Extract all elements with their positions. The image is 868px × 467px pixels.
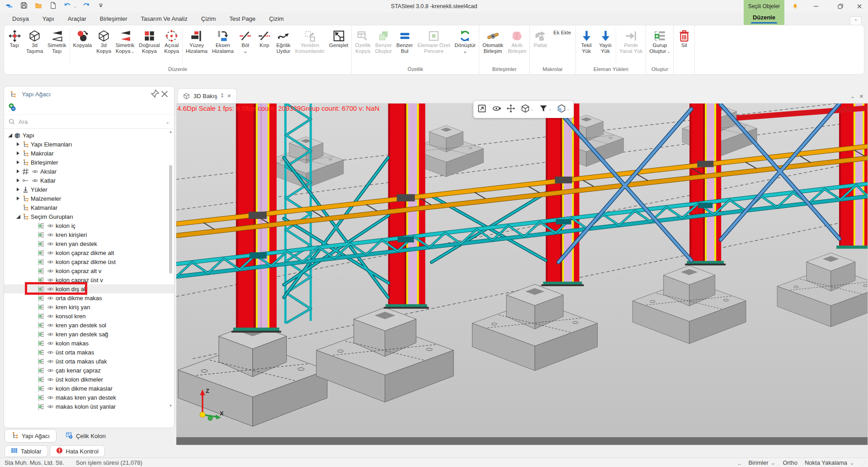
minimize-button[interactable] xyxy=(807,0,825,13)
panel-tab-çelik-kolon[interactable]: Çelik Kolon xyxy=(59,429,112,443)
visibility-eye-icon[interactable] xyxy=(46,376,54,383)
dropdown-chevron-icon[interactable]: ⌄ xyxy=(243,48,248,54)
button-dönüştür[interactable]: Dönüştür⌄ xyxy=(453,27,478,66)
tab-close-icon[interactable]: ✕ xyxy=(227,93,231,99)
tree-item-kren-kiriş-yan[interactable]: kren kiriş yan xyxy=(4,302,174,311)
expander-icon[interactable] xyxy=(15,215,21,219)
tree-item-malzemeler[interactable]: Malzemeler xyxy=(4,194,174,203)
search-input[interactable] xyxy=(19,118,166,125)
tree-item-kren-yan-destek[interactable]: kren yan destek xyxy=(4,239,174,248)
scroll-up-icon[interactable]: ▲ xyxy=(168,129,174,135)
button-yayılı-yük[interactable]: YayılıYük xyxy=(596,27,615,66)
visibility-eye-icon[interactable] xyxy=(46,340,54,347)
button-kırp[interactable]: Kırp xyxy=(255,27,274,66)
menu-dosya-0[interactable]: Dosya xyxy=(6,14,35,24)
visibility-eye-icon[interactable] xyxy=(46,231,54,238)
dropdown-chevron-icon[interactable]: ⌄ xyxy=(463,48,467,54)
visibility-eye-icon[interactable] xyxy=(46,394,54,401)
status-birimler[interactable]: Birimler⌄ xyxy=(748,459,775,466)
button-simetrik-taşı[interactable]: SimetrikTaşı xyxy=(45,27,69,66)
pin-icon[interactable] xyxy=(150,89,160,99)
button-doğrusal-kopya[interactable]: DoğrusalKopya xyxy=(137,27,162,66)
dropdown-chevron-icon[interactable]: ⌄ xyxy=(531,108,533,111)
button-eğrilik-uydur[interactable]: EğrilikUydur xyxy=(274,27,293,66)
tree-item-katmanlar[interactable]: Katmanlar xyxy=(4,203,174,212)
tree-item-kolon-çapraz-dikme-üst[interactable]: kolon çapraz dikme üst xyxy=(4,257,174,266)
button-benzer-bul[interactable]: BenzerBul xyxy=(394,27,415,66)
tree-item-kolon-çapraz-üst-v[interactable]: kolon çapraz üst v xyxy=(4,275,174,284)
tree-scrollbar[interactable]: ▲ ▼ xyxy=(168,129,174,409)
button-3d-kopya[interactable]: 3dKopya xyxy=(94,27,113,66)
status-[interactable]: .. xyxy=(738,459,741,466)
tab-bar-close-icon[interactable]: ✕ xyxy=(859,94,863,99)
restore-button[interactable] xyxy=(832,0,849,13)
visibility-eye-icon[interactable] xyxy=(31,168,39,175)
expander-icon[interactable] xyxy=(15,188,21,191)
button-eksen-hizalama[interactable]: EksenHizalama xyxy=(210,27,236,66)
tree-item-yapı-elemanları[interactable]: Yapı Elemanları xyxy=(4,140,174,149)
menu-test-page-6[interactable]: Test Page xyxy=(223,14,261,24)
tree-item-üst-kolon-dikmeler[interactable]: üst kolon dikmeler xyxy=(4,375,174,384)
dock-tab-tablolar[interactable]: Tablolar xyxy=(5,445,48,457)
display-style-button[interactable]: ⌄ xyxy=(554,102,572,117)
button-böl[interactable]: Böl⌄ xyxy=(236,27,255,66)
visibility-eye-icon[interactable] xyxy=(46,241,54,247)
tree-item-yapı[interactable]: Yapı xyxy=(4,131,174,140)
tab-list-chevron-icon[interactable]: ⌄ xyxy=(851,94,855,99)
dropdown-chevron-icon[interactable]: ⌄ xyxy=(849,459,854,466)
panel-tab-yapı-ağacı[interactable]: Yapı Ağacı xyxy=(5,429,57,443)
button-sil[interactable]: Sil xyxy=(675,27,693,66)
3d-scene[interactable]: ⌄⌄⌄ xyxy=(176,103,868,445)
visibility-eye-icon[interactable] xyxy=(46,277,54,283)
button-taşı[interactable]: Taşı xyxy=(5,27,24,66)
close-button[interactable] xyxy=(851,0,868,13)
expander-icon[interactable] xyxy=(15,142,21,146)
button-açısal-kopya[interactable]: AçısalKopya xyxy=(162,27,181,66)
visibility-eye-icon[interactable] xyxy=(46,403,54,410)
tab-pin-icon[interactable]: ⁑ xyxy=(221,93,224,99)
view-cube-button[interactable]: ⌄ xyxy=(518,102,536,117)
visibility-eye-icon[interactable] xyxy=(46,250,54,256)
3d-render[interactable]: Z X 4.6Dpi Scale 1 fps: 9 Obje count: 20… xyxy=(176,104,868,445)
button-yüzey-hizalama[interactable]: YüzeyHizalama xyxy=(184,27,210,66)
visibility-eye-icon[interactable] xyxy=(46,304,54,311)
fit-view-button[interactable] xyxy=(475,102,489,117)
tree-item-kolon-iç[interactable]: kolon iç xyxy=(4,221,174,230)
tree-item-orta-dikme-makas[interactable]: orta dikme makas xyxy=(4,293,174,302)
button-simetrik-kopya[interactable]: SimetrikKopya ⌄ xyxy=(113,27,137,66)
menu-çizim-7[interactable]: Çizim xyxy=(263,14,290,24)
dropdown-chevron-icon[interactable]: ⌄ xyxy=(770,459,775,466)
tree-item-makas-kren-yan-destek[interactable]: makas kren yan destek xyxy=(4,393,174,402)
menu-araçlar-2[interactable]: Araçlar xyxy=(62,14,92,24)
menu-çizim-5[interactable]: Çizim xyxy=(195,14,222,24)
tree-item-kolon-makas[interactable]: kolon makas xyxy=(4,339,174,348)
tree-item-kren-kirişleri[interactable]: kren kirişleri xyxy=(4,230,174,239)
visibility-eye-icon[interactable] xyxy=(46,259,54,265)
tree-item-çatı-kenar-çapraz[interactable]: çatı kenar çapraz xyxy=(4,366,174,375)
tree-item-kolon-dikme-makaslar[interactable]: kolon dikme makaslar xyxy=(4,384,174,393)
scroll-down-icon[interactable]: ▼ xyxy=(168,403,174,409)
dock-tab-hata-kontrol[interactable]: Hata Kontrol xyxy=(50,445,105,457)
tree-item-makas-kolon-üst-yanlar[interactable]: makas kolon üst yanlar xyxy=(4,402,174,411)
visibility-eye-icon[interactable] xyxy=(46,222,54,229)
tree-item-yükler[interactable]: Yükler xyxy=(4,185,174,194)
tree-item-konsol-kren[interactable]: konsol kren xyxy=(4,311,174,321)
search-options-chevron-icon[interactable]: ⌄ xyxy=(166,119,170,124)
expander-icon[interactable] xyxy=(7,133,13,137)
visibility-eye-icon[interactable] xyxy=(46,349,54,356)
menu-tasarım-ve-analiz-4[interactable]: Tasarım Ve Analiz xyxy=(135,14,193,24)
tree-item-üst-orta-makas-ufak[interactable]: üst orta makas ufak xyxy=(4,357,174,366)
visibility-eye-icon[interactable] xyxy=(46,385,54,392)
visibility-eye-icon[interactable] xyxy=(31,177,39,184)
tree-item-makrolar[interactable]: Makrolar xyxy=(4,149,174,158)
button-gurup-oluştur[interactable]: GurupOluştur ⌄ xyxy=(647,27,672,66)
menu-yapı-1[interactable]: Yapı xyxy=(37,14,60,24)
filter-button[interactable]: ⌄ xyxy=(536,102,554,117)
status-ortho[interactable]: Ortho xyxy=(783,459,797,466)
tree-item-kolon-çapraz-alt-v[interactable]: kolon çapraz alt v xyxy=(4,266,174,275)
notifications-bell-icon[interactable] xyxy=(787,0,804,13)
add-remove-group-icon[interactable] xyxy=(8,103,17,113)
orbit-button[interactable] xyxy=(489,102,504,117)
button-tekil-yük[interactable]: TekilYük xyxy=(577,27,596,66)
tree-item-kren-yan-destek-sol[interactable]: kren yan destek sol xyxy=(4,321,174,330)
